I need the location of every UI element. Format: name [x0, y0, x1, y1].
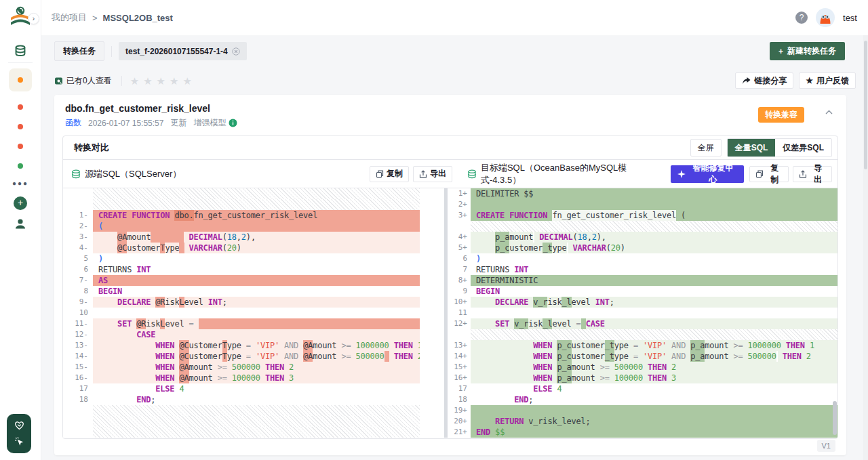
- copy-icon: [755, 170, 764, 178]
- line-number: [63, 199, 93, 210]
- code-token: ype: [614, 340, 629, 351]
- mode-full-sql[interactable]: 全量SQL: [728, 139, 776, 156]
- code-line: 11- SET @RiskLevel =: [63, 318, 420, 329]
- code-token: [476, 383, 533, 394]
- sidebar-item-dot-3[interactable]: [18, 144, 23, 149]
- code-token: 2: [806, 351, 811, 362]
- database-icon[interactable]: [14, 45, 26, 57]
- code-token: [203, 297, 208, 308]
- code-token: [98, 340, 155, 351]
- code-token: [251, 340, 256, 351]
- code-token: isk: [547, 297, 561, 308]
- object-title: dbo.fn_get_customer_risk_level: [65, 103, 835, 114]
- code-token: @A: [179, 373, 189, 383]
- page-scrollbar-thumb[interactable]: [864, 41, 867, 169]
- code-token: [476, 373, 533, 383]
- code-token: 100000: [232, 373, 260, 383]
- fullscreen-button[interactable]: 全屏: [690, 139, 722, 156]
- sidebar-collapse-toggle[interactable]: ›: [28, 13, 39, 24]
- line-number: 11-: [63, 318, 93, 329]
- compare-title: 转换对比: [74, 142, 109, 154]
- active-task-tab-label: test_f-20260107155547-1-4: [125, 47, 228, 56]
- code-token: [284, 362, 289, 373]
- breadcrumb-root[interactable]: 我的项目: [52, 12, 87, 24]
- code-token: AND: [671, 351, 686, 362]
- line-number: 16+: [448, 373, 471, 383]
- code-token: p_a: [690, 340, 705, 351]
- task-filter-button[interactable]: 转换任务: [54, 41, 104, 61]
- code-token: $$: [495, 427, 505, 438]
- result-card: dbo.fn_get_customer_risk_level 函数 2026-0…: [54, 95, 846, 455]
- new-task-button[interactable]: + 新建转换任务: [770, 42, 845, 60]
- code-token: RETURNS: [476, 264, 509, 275]
- code-token: CASE: [136, 329, 155, 340]
- target-copy-button[interactable]: 复制: [749, 166, 789, 182]
- page-scrollbar[interactable]: [863, 35, 868, 460]
- more-icon[interactable]: ●●●: [12, 180, 28, 187]
- feedback-heart-icon[interactable]: [14, 421, 24, 430]
- code-token: p_c: [557, 351, 571, 362]
- code-token: [524, 416, 528, 427]
- avatar[interactable]: [816, 8, 835, 27]
- active-task-tab[interactable]: test_f-20260107155547-1-4: [119, 42, 247, 60]
- floating-assistant-pill: [7, 414, 31, 453]
- meta-row: 已有0人查看 ★★★★★ 链接分享 ★ 用户反馈: [54, 72, 856, 89]
- code-token: 3: [289, 373, 294, 383]
- share-link-button[interactable]: 链接分享: [735, 72, 793, 89]
- code-token: ustomer: [189, 351, 222, 362]
- code-token: [413, 340, 418, 351]
- star-rating[interactable]: ★★★★★: [121, 76, 196, 86]
- code-token: >=: [218, 373, 227, 383]
- code-token: [98, 394, 136, 405]
- export-label: 导出: [810, 163, 826, 186]
- user-icon[interactable]: [14, 218, 26, 230]
- code-token: [552, 362, 557, 373]
- code-line: 14- WHEN @CustomerType = 'VIP' AND @Amou…: [63, 351, 420, 362]
- code-line: 18 END;: [448, 394, 837, 405]
- sidebar-item-dot-4[interactable]: [18, 163, 23, 169]
- smart-repair-button[interactable]: 智能修复中心: [671, 165, 745, 183]
- code-token: [638, 340, 643, 351]
- line-number: 2-: [63, 221, 93, 232]
- add-button[interactable]: +: [14, 196, 27, 210]
- source-copy-button[interactable]: 复制: [370, 166, 409, 182]
- plus-icon: +: [778, 47, 783, 56]
- code-token: 20: [611, 243, 620, 253]
- username[interactable]: test: [843, 13, 857, 23]
- sidebar-item-dot-2[interactable]: [18, 124, 23, 129]
- line-number: 10+: [448, 297, 471, 308]
- code-line: 3+CREATE FUNCTION fn_get_customer_risk_l…: [448, 210, 837, 221]
- code-token: [476, 297, 495, 308]
- code-token: [298, 351, 303, 362]
- mode-diff-sql[interactable]: 仅差异SQL: [775, 139, 831, 156]
- code-token: [351, 351, 355, 362]
- source-export-button[interactable]: 导出: [413, 166, 452, 182]
- code-token: ),: [246, 232, 256, 243]
- help-icon[interactable]: ?: [795, 12, 808, 24]
- source-scroll-track[interactable]: [420, 188, 444, 438]
- close-icon[interactable]: [232, 47, 240, 56]
- code-token: WHEN: [155, 340, 174, 351]
- export-icon: [799, 170, 807, 178]
- code-token: [98, 373, 155, 383]
- code-token: END: [136, 394, 151, 405]
- code-token: [638, 351, 643, 362]
- object-type-link[interactable]: 函数: [65, 117, 81, 129]
- code-token: 500000: [232, 362, 260, 373]
- code-token: [98, 351, 155, 362]
- code-token: 18: [578, 232, 587, 243]
- code-token: 4: [557, 383, 561, 394]
- info-icon[interactable]: [229, 119, 237, 127]
- sidebar-item-dot-1[interactable]: [18, 104, 23, 110]
- code-token: isk: [146, 318, 160, 329]
- chevron-up-icon[interactable]: [825, 110, 833, 114]
- code-token: [476, 394, 514, 405]
- line-number: 3-: [63, 232, 93, 243]
- code-token: [227, 362, 232, 373]
- feedback-button[interactable]: ★ 用户反馈: [799, 72, 856, 89]
- sidebar-item-active[interactable]: [9, 68, 32, 91]
- target-export-button[interactable]: 导出: [793, 166, 832, 182]
- ai-cursor-icon[interactable]: [14, 437, 24, 447]
- code-token: 500000: [355, 351, 384, 362]
- target-scrollbar-thumb[interactable]: [833, 401, 837, 435]
